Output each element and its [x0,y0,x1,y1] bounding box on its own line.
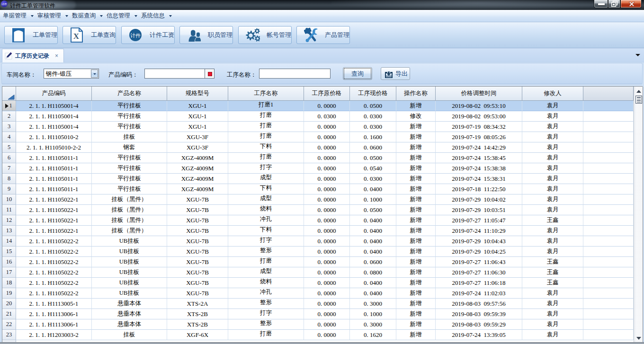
svg-text:X: X [73,32,80,41]
svg-text:计件: 计件 [130,33,141,38]
